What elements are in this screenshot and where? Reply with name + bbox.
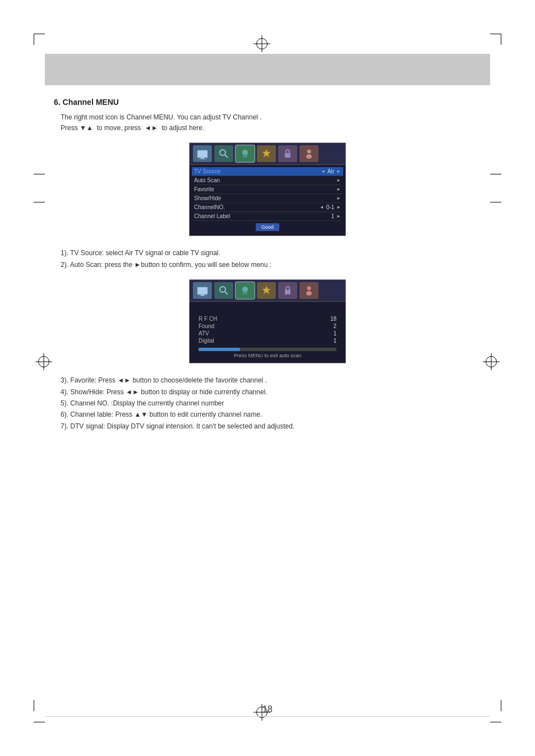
svg-rect-12: [201, 294, 204, 296]
menu-icons-row-1: [190, 143, 345, 165]
menu-icon-lock-2: [278, 282, 297, 299]
desc-item-2: 2). Auto Scan: press the ►button to conf…: [61, 259, 481, 270]
svg-rect-13: [199, 296, 206, 296]
svg-marker-18: [262, 286, 270, 294]
desc-item-4: 4). Show/Hide: Press ◄► button to displa…: [61, 386, 481, 398]
svg-point-9: [307, 150, 311, 154]
desc-item-1: 1). TV Source: select Air TV signal or c…: [61, 247, 481, 259]
desc-item-5: 5). Channel NO. :Display the currently c…: [61, 398, 481, 409]
intro-line2: Press ▼▲ to move, press ◄► to adjust her…: [61, 123, 481, 133]
desc-list-2: 3). Favorite: Press ◄► button to choose/…: [61, 375, 481, 432]
menu-icon-person: [299, 145, 319, 162]
menu-icon-star-2: [257, 282, 276, 299]
desc-item-3: 3). Favorite: Press ◄► button to choose/…: [61, 375, 481, 386]
good-button: Good: [256, 223, 279, 231]
svg-rect-19: [285, 290, 290, 294]
svg-point-6: [243, 154, 247, 158]
scan-exit-text: Press MENU to exit auto scan: [199, 353, 336, 361]
menu-row-tvsource: TV Source ◄ Air ►: [192, 167, 343, 176]
menu-row-autoscan: Auto Scan ►: [194, 176, 341, 185]
intro-line1: The right most icon is Channel MENU. You…: [61, 112, 481, 123]
menu-icon-search: [214, 145, 233, 162]
svg-rect-0: [197, 150, 207, 158]
scan-row-atv: ATV 1: [199, 330, 336, 337]
press-label: Press: [61, 124, 80, 132]
menu-rows-1: TV Source ◄ Air ► Auto Scan ► Favorite ►: [190, 165, 345, 236]
scan-row-found: Found 2: [199, 322, 336, 330]
scan-content: R F CH 18 Found 2 ATV 1 Digital 1 Press …: [190, 302, 345, 363]
crosshair-top-icon: [256, 38, 268, 49]
crosshair-mid-right-icon: [486, 356, 497, 367]
scan-progress-bar: [199, 348, 336, 351]
svg-rect-8: [285, 153, 290, 158]
svg-point-21: [306, 291, 312, 296]
menu-icon-color: [236, 145, 255, 162]
menu-icons-row-2: [190, 280, 345, 302]
menu-screenshot-2: R F CH 18 Found 2 ATV 1 Digital 1 Press …: [189, 279, 346, 363]
menu-row-channellabel: Channel Label 1 ►: [194, 212, 341, 221]
menu-icon-person-2: [299, 282, 319, 299]
menu-icon-search-2: [214, 282, 233, 299]
section-title: 6. Channel MENU: [54, 98, 481, 107]
scan-progress-fill: [199, 348, 240, 351]
bottom-rule: [45, 716, 490, 717]
menu-row-channelno: ChannelNO. ◄ 0-1 ►: [194, 203, 341, 212]
menu-icon-star: [257, 145, 276, 162]
menu-icon-tv: [193, 145, 212, 162]
scan-row-digital: Digital 1: [199, 337, 336, 344]
svg-rect-1: [201, 158, 204, 159]
desc-item-7: 7). DTV signal: Display DTV signal inten…: [61, 421, 481, 432]
svg-rect-11: [197, 287, 207, 294]
scan-row-rfch: R F CH 18: [199, 315, 336, 322]
menu-row-favorite: Favorite ►: [194, 185, 341, 194]
svg-point-17: [243, 291, 247, 294]
menu-icon-color-2: [236, 282, 255, 299]
menu-icon-tv-2: [193, 282, 212, 299]
menu-icon-lock: [278, 145, 297, 162]
menu-row-showhide: Show/Hide ►: [194, 194, 341, 203]
crosshair-mid-left-icon: [38, 356, 49, 367]
svg-line-4: [225, 155, 228, 158]
desc-item-6: 6). Channel lable: Press ▲▼ button to ed…: [61, 409, 481, 420]
menu-ok-bar: Good: [194, 223, 341, 231]
svg-point-14: [220, 287, 225, 292]
main-content: 6. Channel MENU The right most icon is C…: [54, 98, 481, 441]
intro-text: The right most icon is Channel MENU. You…: [61, 112, 481, 133]
desc-list-1: 1). TV Source: select Air TV signal or c…: [61, 247, 481, 270]
svg-point-3: [220, 150, 225, 155]
header-band: [45, 54, 490, 85]
svg-line-15: [225, 292, 228, 294]
svg-marker-7: [262, 149, 270, 157]
page-number: 18: [0, 704, 535, 714]
svg-point-10: [306, 154, 312, 159]
svg-rect-2: [199, 159, 206, 159]
menu-screenshot-1: TV Source ◄ Air ► Auto Scan ► Favorite ►: [189, 142, 346, 236]
svg-point-20: [307, 287, 311, 291]
